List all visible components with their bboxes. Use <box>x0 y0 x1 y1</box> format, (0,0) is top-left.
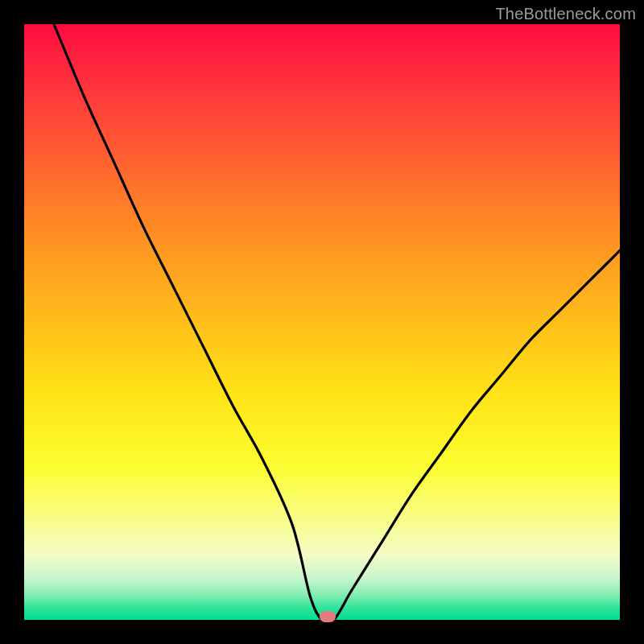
bottleneck-chart: TheBottleneck.com <box>0 0 644 644</box>
bottleneck-curve <box>24 24 620 620</box>
plot-area <box>24 24 620 620</box>
watermark-text: TheBottleneck.com <box>495 5 636 23</box>
optimal-point-marker <box>320 611 336 622</box>
